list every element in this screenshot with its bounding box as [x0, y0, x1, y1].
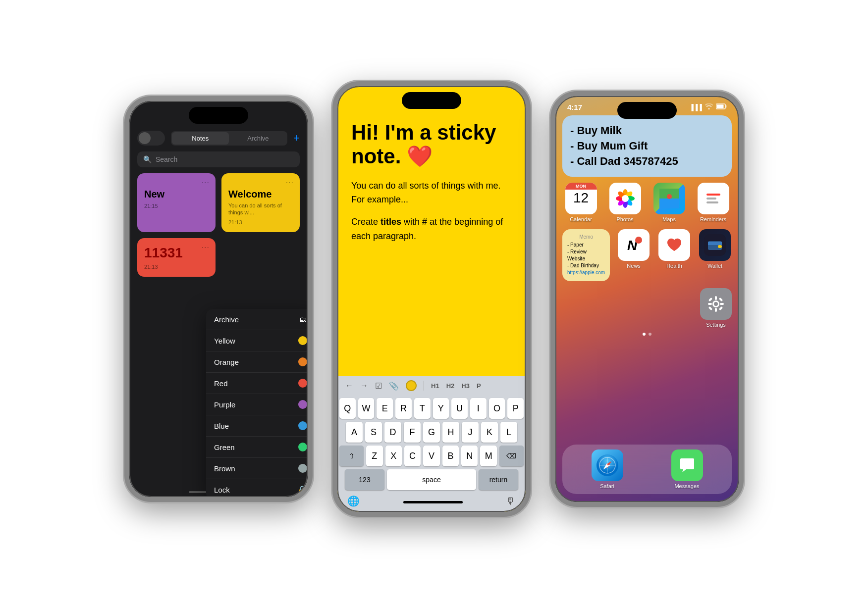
key-q[interactable]: Q: [339, 398, 356, 419]
tab-archive[interactable]: Archive: [230, 132, 287, 145]
ctx-orange[interactable]: Orange: [206, 351, 308, 373]
app-label-maps: Maps: [662, 216, 676, 222]
ctx-lock[interactable]: Lock 🔒: [206, 479, 308, 497]
key-w[interactable]: W: [358, 398, 375, 419]
ctx-purple[interactable]: Purple: [206, 394, 308, 415]
ctx-green[interactable]: Green: [206, 437, 308, 458]
dock-messages[interactable]: Messages: [671, 449, 703, 489]
home-indicator-2: [403, 501, 463, 503]
key-o[interactable]: O: [489, 398, 505, 419]
app-maps[interactable]: Maps: [651, 183, 688, 222]
note-card-welcome[interactable]: ··· Welcome You can do all sorts of thin…: [221, 173, 300, 232]
note-title: Hi! I'm a sticky note. ❤️: [351, 121, 512, 169]
svg-rect-32: [708, 303, 712, 305]
cal-header: MON: [565, 183, 597, 190]
svg-rect-2: [717, 105, 724, 108]
attachment-button[interactable]: 📎: [389, 381, 399, 391]
key-l[interactable]: L: [500, 422, 517, 443]
redo-button[interactable]: →: [360, 381, 368, 390]
color-dot-red: [298, 379, 307, 388]
app-news[interactable]: N News: [617, 229, 651, 281]
key-b[interactable]: B: [442, 446, 459, 466]
app-calendar[interactable]: MON 12 Calendar: [562, 183, 599, 222]
keyboard-row-4: 123 space return: [339, 469, 524, 490]
wallet-icon: [699, 229, 731, 261]
maps-icon: [653, 183, 685, 214]
note-options-dots[interactable]: ···: [202, 178, 210, 187]
key-f[interactable]: F: [404, 422, 421, 443]
microphone-icon[interactable]: 🎙: [506, 496, 516, 507]
toggle-switch[interactable]: [137, 131, 165, 146]
phone2-screen: Hi! I'm a sticky note. ❤️ You can do all…: [337, 86, 526, 512]
key-h[interactable]: H: [442, 422, 459, 443]
key-y[interactable]: Y: [433, 398, 449, 419]
dock-safari[interactable]: Safari: [592, 449, 623, 489]
dock: Safari Messages: [562, 445, 732, 494]
app-wallet[interactable]: Wallet: [698, 229, 732, 281]
key-123[interactable]: 123: [345, 469, 384, 490]
undo-button[interactable]: ←: [345, 381, 353, 390]
svg-point-21: [635, 237, 642, 244]
key-d[interactable]: D: [384, 422, 401, 443]
note-content[interactable]: Hi! I'm a sticky note. ❤️ You can do all…: [337, 86, 526, 376]
svg-rect-31: [715, 308, 717, 312]
ctx-red[interactable]: Red: [206, 373, 308, 394]
checklist-button[interactable]: ☑: [375, 381, 382, 391]
memo-widget-large[interactable]: - Buy Milk- Buy Mum Gift- Call Dad 34578…: [562, 115, 732, 177]
ctx-brown-label: Brown: [214, 464, 235, 473]
h3-button[interactable]: H3: [461, 382, 470, 390]
phone-3: 4:17 ▐▐▐: [550, 91, 744, 507]
key-r[interactable]: R: [395, 398, 412, 419]
ctx-archive[interactable]: Archive 🗂: [206, 309, 308, 330]
svg-rect-18: [706, 201, 718, 203]
cal-day: 12: [573, 191, 589, 206]
h1-button[interactable]: H1: [431, 382, 439, 390]
key-e[interactable]: E: [377, 398, 393, 419]
key-c[interactable]: C: [404, 446, 421, 466]
note-options-dots-2[interactable]: ···: [286, 178, 294, 187]
key-i[interactable]: I: [470, 398, 487, 419]
p-button[interactable]: P: [477, 382, 481, 390]
key-m[interactable]: M: [480, 446, 496, 466]
color-picker[interactable]: [406, 380, 417, 391]
app-reminders[interactable]: Reminders: [695, 183, 732, 222]
key-u[interactable]: U: [451, 398, 468, 419]
key-j[interactable]: J: [462, 422, 479, 443]
key-n[interactable]: N: [461, 446, 478, 466]
photos-icon: [609, 183, 641, 214]
search-bar[interactable]: 🔍 Search: [137, 151, 300, 167]
h2-button[interactable]: H2: [446, 382, 455, 390]
note-card-new[interactable]: ··· New 21:15: [137, 173, 216, 232]
tab-notes[interactable]: Notes: [172, 132, 229, 145]
key-x[interactable]: X: [385, 446, 402, 466]
key-backspace[interactable]: ⌫: [499, 446, 524, 466]
app-photos[interactable]: Photos: [606, 183, 644, 222]
note-card-red[interactable]: ··· 11331 21:13: [137, 238, 216, 277]
ctx-yellow[interactable]: Yellow: [206, 330, 308, 351]
color-dot-brown: [298, 464, 307, 473]
key-v[interactable]: V: [423, 446, 439, 466]
key-return[interactable]: return: [479, 469, 518, 490]
key-k[interactable]: K: [481, 422, 498, 443]
search-placeholder: Search: [156, 155, 177, 163]
globe-icon[interactable]: 🌐: [347, 495, 360, 507]
key-shift[interactable]: ⇧: [339, 446, 364, 466]
note-options-dots-3[interactable]: ···: [202, 243, 210, 252]
app-label-settings: Settings: [706, 322, 726, 328]
add-note-button[interactable]: +: [293, 132, 300, 145]
key-t[interactable]: T: [414, 398, 431, 419]
app-health[interactable]: Health: [657, 229, 691, 281]
key-s[interactable]: S: [365, 422, 382, 443]
ctx-blue[interactable]: Blue: [206, 415, 308, 437]
key-a[interactable]: A: [346, 422, 363, 443]
key-z[interactable]: Z: [366, 446, 382, 466]
app-settings[interactable]: Settings: [700, 288, 732, 328]
ctx-purple-label: Purple: [214, 400, 235, 409]
svg-rect-1: [726, 105, 727, 108]
key-p[interactable]: P: [507, 398, 524, 419]
color-dot-green: [298, 443, 307, 451]
ctx-brown[interactable]: Brown: [206, 458, 308, 479]
key-g[interactable]: G: [423, 422, 440, 443]
memo-widget-small[interactable]: Memo - Paper- Review Website- Dad Birthd…: [562, 229, 610, 281]
key-space[interactable]: space: [387, 469, 476, 490]
